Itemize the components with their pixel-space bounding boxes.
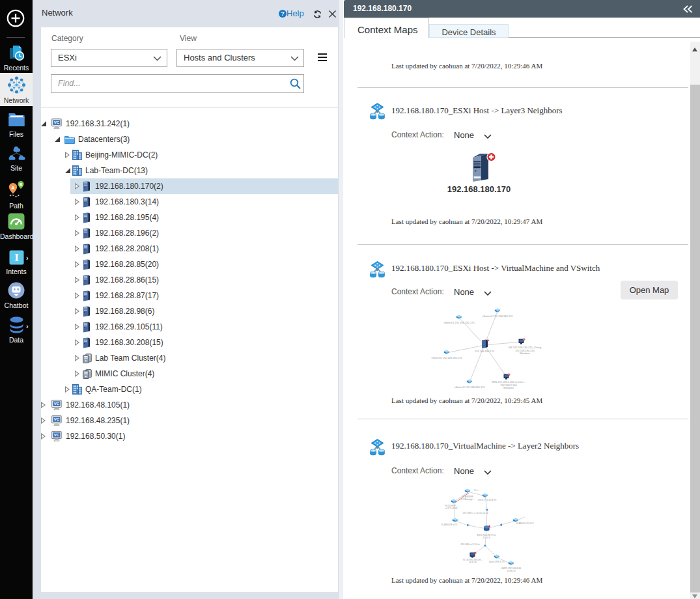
svg-text:vmnic7 10.10.8.70: vmnic7 10.10.8.70 bbox=[478, 499, 497, 501]
svg-text:VLAN018 10.10.2: VLAN018 10.10.2 bbox=[516, 522, 534, 525]
svg-text:192.168.xx 8.70 xx: 192.168.xx 8.70 xx bbox=[460, 543, 480, 546]
svg-text:192.168.li...k 10.10.10.10: 192.168.li...k 10.10.10.10 bbox=[462, 512, 488, 514]
svg-text:vSwitch0 192.168.180.170: vSwitch0 192.168.180.170 bbox=[431, 356, 462, 359]
svg-text:?: ? bbox=[281, 10, 285, 17]
svg-text:192.168.180.170: 192.168.180.170 bbox=[475, 350, 495, 353]
svg-text:I: I bbox=[14, 251, 19, 264]
svg-text:VLAN0018 e2/1: VLAN0018 e2/1 bbox=[441, 523, 458, 526]
svg-text:vSwitch1 192.168.180.170: vSwitch1 192.168.180.170 bbox=[443, 321, 475, 324]
svg-text:1.1 Manage...: 1.1 Manage... bbox=[460, 498, 474, 501]
svg-text:Windows: Windows bbox=[520, 352, 530, 355]
svg-text:vSwitch2 192.168.180.170: vSwitch2 192.168.180.170 bbox=[482, 314, 513, 318]
svg-text:I-I-I...: I-I-I... bbox=[474, 489, 479, 492]
svg-text:Windows: Windows bbox=[503, 386, 514, 389]
svg-text:10.8.70: 10.8.70 bbox=[469, 561, 477, 564]
svg-text:10.88.70: 10.88.70 bbox=[507, 570, 516, 572]
svg-text:e1/17 e1/18: e1/17 e1/18 bbox=[445, 507, 458, 510]
svg-text:B: B bbox=[20, 182, 23, 187]
svg-text:Auto DRS 8.70: Auto DRS 8.70 bbox=[489, 561, 504, 563]
svg-text:vSwitch3 192.168.180.170: vSwitch3 192.168.180.170 bbox=[454, 385, 485, 389]
svg-text:10.10.8: 10.10.8 bbox=[483, 536, 490, 539]
svg-text:A: A bbox=[11, 185, 15, 191]
